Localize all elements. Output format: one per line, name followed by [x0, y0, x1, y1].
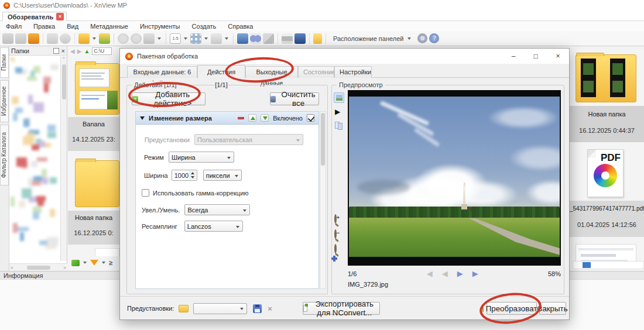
- collapse-icon[interactable]: [140, 116, 145, 120]
- mode-combo[interactable]: Ширина: [169, 152, 234, 163]
- scale-combo[interactable]: Всегда: [184, 204, 250, 215]
- dialog-maximize-icon[interactable]: □: [525, 49, 547, 64]
- nav-prev-icon[interactable]: ◀: [442, 269, 448, 278]
- filter-dropdown-icon[interactable]: [102, 262, 105, 264]
- panels-layout-button[interactable]: Расположение панелей: [330, 34, 416, 43]
- slideshow-icon[interactable]: [28, 33, 39, 44]
- scroll-up-icon[interactable]: ^: [61, 56, 67, 60]
- menu-help[interactable]: Справка: [222, 23, 259, 30]
- view-mode-dropdown-icon[interactable]: [204, 37, 208, 40]
- sort-order-icon[interactable]: ≥: [109, 259, 112, 266]
- zoom-in-icon[interactable]: +: [334, 215, 345, 226]
- rotate-right-icon[interactable]: [131, 33, 142, 44]
- view-icon[interactable]: [2, 33, 13, 44]
- nav-next-icon[interactable]: ▶: [457, 269, 463, 278]
- resize-action-header[interactable]: Изменение размера Включено: [136, 112, 318, 125]
- zoom-out-icon[interactable]: −: [334, 231, 345, 241]
- open-folder-icon[interactable]: [78, 33, 90, 44]
- tag-dropdown-icon[interactable]: [83, 262, 87, 264]
- remove-action-icon[interactable]: [238, 117, 244, 119]
- sidebar-tab-catalog-filter[interactable]: Фильтр Каталога: [0, 125, 9, 185]
- thumbnail-folder-banana[interactable]: [75, 63, 119, 115]
- dialog-close-icon[interactable]: ×: [547, 49, 569, 64]
- nav-last-icon[interactable]: ▶: [472, 269, 478, 278]
- compare-icon[interactable]: [263, 33, 274, 44]
- clear-all-button[interactable]: Очистить все: [270, 92, 319, 105]
- file-info-icon[interactable]: [60, 33, 71, 44]
- menu-metadata[interactable]: Метаданные: [84, 23, 134, 30]
- scroll-thumb[interactable]: [62, 64, 66, 99]
- filter-funnel-icon[interactable]: [90, 260, 98, 266]
- menu-create[interactable]: Создать: [186, 23, 222, 30]
- fullscreen-icon[interactable]: [15, 33, 26, 44]
- thumbnail-folder-selected[interactable]: [576, 54, 636, 102]
- thumbnail-label-pdf[interactable]: _5431779967417477771.pdf 01.04.2025 14:1…: [570, 201, 644, 237]
- dialog-minimize-icon[interactable]: –: [502, 49, 525, 64]
- sort-icon[interactable]: 1-5: [170, 33, 181, 44]
- tab-settings[interactable]: Настройки: [334, 66, 372, 78]
- unit-combo[interactable]: пиксели: [203, 170, 242, 181]
- rotate-left-icon[interactable]: [118, 33, 129, 44]
- open-folder-dropdown-icon[interactable]: [93, 37, 96, 40]
- preview-image[interactable]: [348, 90, 561, 266]
- convert-images-icon[interactable]: [99, 33, 110, 44]
- presets-folder-icon[interactable]: [179, 305, 189, 312]
- sidebar-tab-favorites[interactable]: Избранное: [0, 80, 9, 122]
- zoom-actual-size-icon[interactable]: [334, 245, 345, 256]
- thumbnail-folder-new[interactable]: [75, 160, 119, 207]
- spin-down-icon[interactable]: [189, 175, 196, 180]
- thumbnail-label-new-folder[interactable]: Новая папка 16.12.2025 0:: [68, 211, 119, 245]
- close-panel-icon[interactable]: ×: [61, 47, 65, 54]
- print-icon[interactable]: [282, 33, 293, 44]
- float-panel-icon[interactable]: [53, 48, 59, 54]
- nav-up-icon[interactable]: ▲: [84, 48, 90, 54]
- address-bar[interactable]: C:\U: [92, 47, 112, 55]
- help-icon[interactable]: ?: [429, 33, 439, 43]
- thumbnail-pdf[interactable]: PDF: [587, 149, 624, 197]
- tab-input-files[interactable]: Входные данные: 6 файлов: [127, 66, 197, 78]
- fit-to-window-icon[interactable]: [334, 259, 345, 269]
- folder-tree-icon[interactable]: [313, 33, 322, 44]
- menu-tools[interactable]: Инструменты: [134, 23, 186, 30]
- nav-forward-icon[interactable]: ▶: [77, 48, 82, 54]
- bookmark-icon[interactable]: [211, 33, 222, 44]
- sort-dropdown-icon[interactable]: [184, 37, 187, 40]
- scroll-thumb[interactable]: [321, 113, 325, 166]
- menu-view[interactable]: Вид: [61, 23, 84, 30]
- nav-first-icon[interactable]: ◀: [427, 269, 433, 278]
- settings-screen-icon[interactable]: [294, 33, 306, 44]
- menu-edit[interactable]: Правка: [28, 23, 61, 30]
- save-preset-icon[interactable]: [253, 304, 262, 313]
- folders-hscrollbar[interactable]: < >: [9, 263, 67, 271]
- export-nconvert-button[interactable]: Экспортировать для NConvert...: [303, 302, 380, 315]
- nav-back-icon[interactable]: ◀: [70, 48, 75, 54]
- scroll-thumb[interactable]: [583, 262, 591, 268]
- preview-play-icon[interactable]: ▶: [335, 108, 345, 118]
- scroll-left-icon[interactable]: <: [11, 265, 13, 270]
- scroll-right-icon[interactable]: >: [63, 265, 66, 270]
- rotate-options-dropdown-icon[interactable]: [157, 37, 161, 40]
- capture-icon[interactable]: [237, 33, 248, 44]
- thumbnail-label-selected-folder[interactable]: Новая папка 16.12.2025 0:44:37: [570, 106, 644, 142]
- right-strip-hscrollbar[interactable]: [573, 261, 644, 269]
- preview-compare-icon[interactable]: [334, 121, 344, 131]
- bookmark-dropdown-icon[interactable]: [225, 37, 228, 40]
- resample-combo[interactable]: Lanczos: [184, 221, 243, 232]
- thumbnail-label-banana[interactable]: Banana 14.12.2025 23:: [68, 117, 119, 151]
- tab-browser[interactable]: Обозреватель ×: [2, 12, 67, 21]
- menu-file[interactable]: Файл: [0, 23, 28, 30]
- enabled-checkbox[interactable]: [307, 114, 314, 122]
- search-icon[interactable]: [250, 33, 261, 44]
- close-button[interactable]: Закрыть: [539, 302, 566, 315]
- tag-icon[interactable]: [71, 260, 80, 266]
- folders-vscrollbar[interactable]: ^: [60, 56, 67, 261]
- view-mode-icon[interactable]: [190, 33, 201, 44]
- tab-close-icon[interactable]: ×: [56, 13, 64, 20]
- move-action-down-icon[interactable]: [261, 114, 269, 122]
- width-spinner[interactable]: 1000: [172, 170, 197, 181]
- scroll-thumb[interactable]: [27, 266, 50, 270]
- delete-preset-icon[interactable]: ×: [268, 304, 272, 313]
- sidebar-tab-folders[interactable]: Папки: [0, 47, 9, 78]
- gamma-checkbox[interactable]: [142, 189, 149, 197]
- move-action-up-icon[interactable]: [248, 114, 256, 122]
